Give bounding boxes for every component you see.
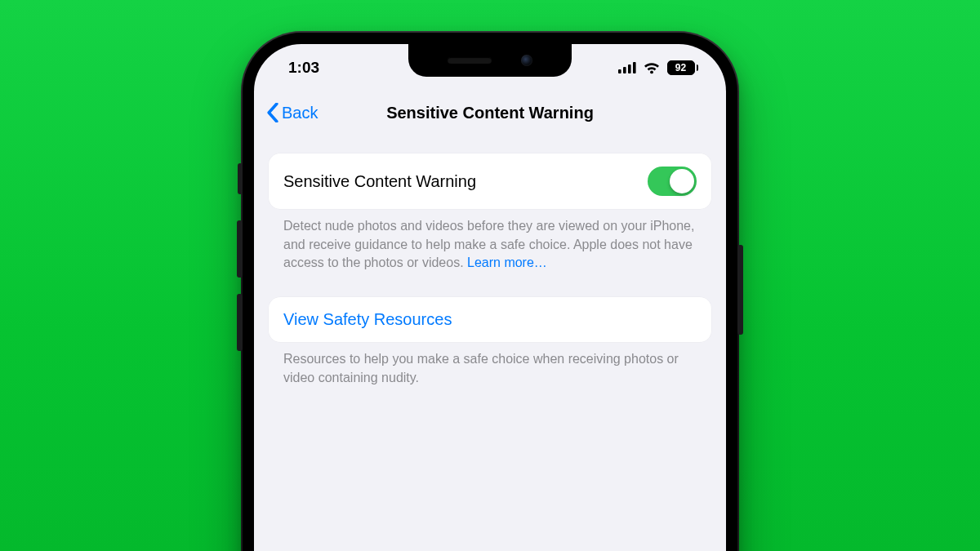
safety-resources-group: View Safety Resources Resources to help …	[269, 297, 711, 387]
view-safety-resources-button[interactable]: View Safety Resources	[269, 297, 711, 342]
sensitive-content-toggle[interactable]	[648, 167, 697, 196]
stage: 1:03	[0, 0, 980, 551]
mute-switch[interactable]	[238, 163, 243, 194]
page-title: Sensitive Content Warning	[254, 104, 726, 122]
side-button[interactable]	[737, 245, 743, 335]
navigation-bar: Back Sensitive Content Warning	[254, 91, 726, 134]
svg-rect-2	[628, 64, 631, 73]
svg-rect-3	[633, 62, 636, 73]
svg-rect-0	[618, 69, 621, 73]
battery-icon: 92	[667, 60, 699, 75]
phone-frame: 1:03	[243, 33, 737, 551]
sensitive-content-footer: Detect nude photos and videos before the…	[269, 209, 711, 273]
battery-percent: 92	[668, 61, 694, 74]
back-label: Back	[282, 104, 318, 122]
svg-point-4	[650, 71, 653, 74]
sensitive-content-toggle-row: Sensitive Content Warning	[269, 153, 711, 209]
safety-resources-card: View Safety Resources	[269, 297, 711, 342]
chevron-left-icon	[265, 103, 280, 122]
learn-more-link[interactable]: Learn more…	[467, 256, 547, 269]
status-right: 92	[618, 60, 699, 75]
settings-content: Sensitive Content Warning Detect nude ph…	[254, 134, 726, 388]
volume-up-button[interactable]	[237, 220, 243, 278]
sensitive-content-row-card: Sensitive Content Warning	[269, 153, 711, 209]
back-button[interactable]: Back	[265, 103, 318, 122]
safety-resources-label: View Safety Resources	[283, 310, 452, 329]
svg-rect-1	[623, 67, 626, 73]
earpiece-speaker	[448, 57, 492, 64]
display-notch	[408, 44, 572, 77]
status-time: 1:03	[288, 59, 319, 77]
phone-screen: 1:03	[254, 44, 726, 551]
toggle-label: Sensitive Content Warning	[283, 172, 476, 191]
cellular-icon	[618, 62, 636, 73]
wifi-icon	[643, 61, 661, 74]
safety-resources-description: Resources to help you make a safe choice…	[283, 352, 679, 384]
front-camera	[521, 55, 532, 66]
volume-down-button[interactable]	[237, 294, 243, 351]
toggle-knob	[670, 169, 694, 193]
sensitive-content-group: Sensitive Content Warning Detect nude ph…	[269, 153, 711, 273]
safety-resources-footer: Resources to help you make a safe choice…	[269, 342, 711, 387]
